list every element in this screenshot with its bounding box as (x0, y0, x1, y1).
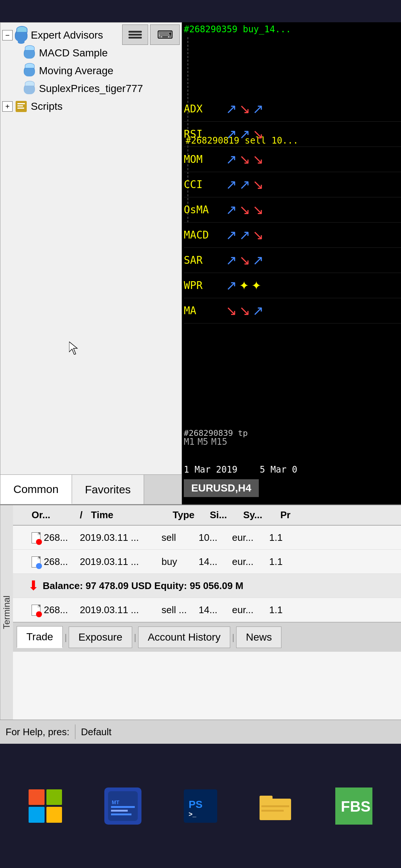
ind-row-adx: ADX ↗ ↘ ↗ (184, 96, 401, 122)
file-explorer-taskbar-button[interactable] (260, 789, 293, 823)
ind-row-wpr: WPR ↗ ✦ ✦ (184, 273, 401, 298)
suplex-prices-item[interactable]: SuplexPrices_tiger777 (23, 80, 180, 98)
common-tab[interactable]: Common (0, 475, 72, 504)
tab-exposure[interactable]: Exposure (69, 627, 132, 648)
win-sq-blue (29, 807, 45, 823)
svg-rect-15 (260, 796, 273, 804)
balance-row: ⬇ Balance: 97 478.09 USD Equity: 95 056.… (13, 574, 401, 598)
metatrader-taskbar-button[interactable]: MT (104, 788, 141, 825)
td-size-1: 10... (195, 532, 228, 543)
svg-rect-7 (111, 806, 135, 808)
expert-advisors-label: Expert Advisors (31, 29, 103, 41)
expert-advisors-icon (14, 29, 28, 42)
hamburger-line-1 (128, 31, 142, 33)
table-row: 268... 2019.03.11 ... sell 10... eur... … (13, 526, 401, 550)
metatrader-icon: MT (104, 788, 141, 825)
fbs-taskbar-button[interactable]: FBS (335, 788, 372, 825)
svg-marker-4 (69, 342, 77, 355)
expand-scripts-button[interactable]: + (2, 101, 13, 112)
chart-panel: #268290359 buy_14... #268290819 sell 10.… (182, 22, 401, 504)
terminal-vertical-label: Terminal (0, 505, 13, 720)
macd-sample-item[interactable]: MACD Sample (23, 44, 180, 62)
td-type-1: sell (158, 532, 195, 543)
ind-name-mom: MOM (184, 153, 225, 165)
td-order-1: 268... (28, 532, 76, 543)
moving-average-icon (23, 64, 36, 78)
table-row: 268... 2019.03.11 ... buy 14... eur... 1… (13, 550, 401, 574)
td-price-2: 1.1 (265, 556, 291, 568)
macd-arrow-2: ↗ (239, 227, 250, 243)
tab-account-history[interactable]: Account History (138, 627, 230, 648)
ind-row-mom: MOM ↗ ↘ ↘ (184, 147, 401, 172)
status-help-text: For Help, pres: (0, 726, 75, 738)
tab-sep-3: | (232, 632, 234, 642)
th-time: Time (87, 509, 169, 521)
terminal-table-header: Or... / Time Type Si... Sy... Pr (13, 505, 401, 526)
status-bar: For Help, pres: Default (0, 720, 401, 744)
td-time-1: 2019.03.11 ... (76, 532, 158, 543)
td-time-3: 2019.03.11 ... (76, 604, 158, 616)
osma-arrow-2: ↘ (239, 202, 250, 218)
hamburger-menu-button[interactable] (122, 24, 148, 45)
chart-order-top: #268290359 buy_14... (182, 22, 401, 36)
scripts-icon (14, 100, 28, 113)
td-type-3: sell ... (158, 604, 195, 616)
indicator-table: ADX ↗ ↘ ↗ RSI ↗ ↗ ↘ MOM ↗ ↘ ↘ CCI (184, 96, 401, 323)
th-size: Si... (206, 509, 239, 521)
timeframes-row: M1 M5 M15 (184, 437, 227, 447)
svg-rect-8 (111, 810, 128, 812)
ind-name-ma: MA (184, 305, 225, 317)
th-order: Or... (28, 509, 76, 521)
chart-bottom-order: #268290839 tp (184, 428, 248, 438)
th-sort[interactable]: / (76, 509, 87, 521)
terminal-content: Or... / Time Type Si... Sy... Pr 268... … (13, 505, 401, 720)
order-icon-sell-3 (32, 605, 42, 615)
svg-text:FBS: FBS (341, 798, 371, 815)
ea-children: MACD Sample Moving Average SuplexPrices_… (2, 44, 180, 98)
ind-name-adx: ADX (184, 103, 225, 115)
adx-arrow-2: ↘ (239, 101, 250, 117)
scripts-label: Scripts (31, 101, 63, 112)
tab-sep-1: | (65, 632, 67, 642)
sar-arrow-2: ↘ (239, 253, 250, 268)
ind-row-ma: MA ↘ ↘ ↗ (184, 298, 401, 323)
mouse-cursor (69, 342, 80, 355)
ma-arrow-2: ↘ (239, 303, 250, 319)
keyboard-button[interactable]: ⌨ (150, 24, 180, 45)
td-symbol-2: eur... (228, 556, 265, 568)
ind-name-cci: CCI (184, 178, 225, 191)
td-order-3: 268... (28, 604, 76, 616)
taskbar: MT PS >_ (0, 744, 401, 868)
wpr-diamond-1: ✦ (239, 279, 249, 293)
windows-start-button[interactable] (29, 789, 62, 823)
win-sq-red (29, 789, 45, 805)
ind-name-osma: OsMA (184, 204, 225, 216)
tab-trade[interactable]: Trade (17, 626, 63, 648)
td-size-2: 14... (195, 556, 228, 568)
cci-arrow-1: ↗ (226, 177, 237, 193)
td-order-2: 268... (28, 556, 76, 568)
macd-sample-label: MACD Sample (39, 47, 108, 59)
td-type-2: buy (158, 556, 195, 568)
tf-m15: M15 (211, 437, 227, 447)
file-explorer-icon (260, 789, 293, 823)
ind-row-osma: OsMA ↗ ↘ ↘ (184, 197, 401, 223)
svg-rect-3 (17, 108, 24, 109)
macd-arrow-3: ↘ (252, 227, 264, 243)
moving-average-item[interactable]: Moving Average (23, 62, 180, 80)
powershell-taskbar-button[interactable]: PS >_ (184, 789, 217, 823)
order-icon-buy-2 (32, 556, 42, 567)
macd-sample-icon (23, 46, 36, 60)
scripts-item[interactable]: + Scripts (2, 98, 180, 115)
sar-arrow-3: ↗ (252, 253, 264, 268)
tab-news[interactable]: News (236, 627, 281, 648)
expand-expert-advisors-button[interactable]: − (2, 30, 13, 40)
favorites-tab[interactable]: Favorites (72, 475, 144, 504)
cci-arrow-3: ↘ (252, 177, 264, 193)
windows-logo-icon (29, 789, 62, 823)
chart-date-row: 1 Mar 2019 5 Mar 0 (184, 464, 297, 475)
adx-arrow-1: ↗ (226, 101, 237, 117)
tf-m5: M5 (198, 437, 208, 447)
td-price-3: 1.1 (265, 604, 291, 616)
wpr-diamond-2: ✦ (251, 279, 261, 293)
